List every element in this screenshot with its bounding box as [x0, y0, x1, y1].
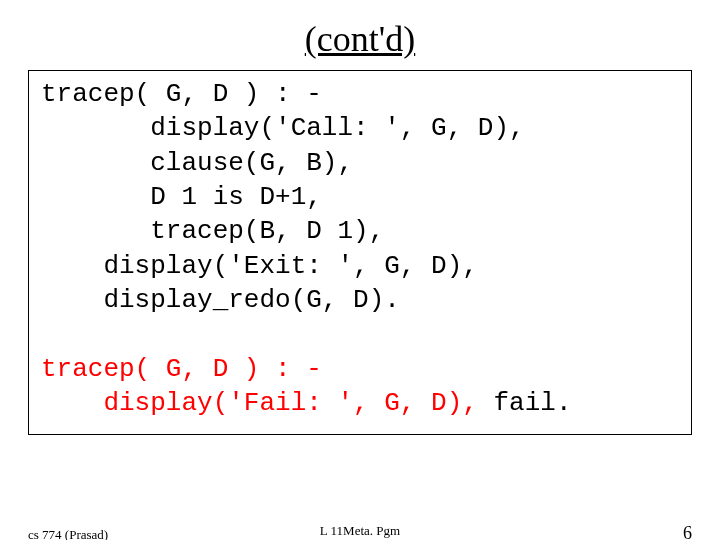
- code-line-7: display_redo(G, D).: [41, 285, 400, 315]
- code-line-2: display('Call: ', G, D),: [41, 113, 525, 143]
- slide-title: (cont'd): [0, 18, 720, 60]
- code-line-1: tracep( G, D ) : -: [41, 79, 322, 109]
- code-block: tracep( G, D ) : - display('Call: ', G, …: [41, 77, 679, 420]
- slide: (cont'd) tracep( G, D ) : - display('Cal…: [0, 18, 720, 540]
- code-line-3: clause(G, B),: [41, 148, 353, 178]
- code-line-6: display('Exit: ', G, D),: [41, 251, 478, 281]
- code-line-9: tracep( G, D ) : -: [41, 354, 322, 384]
- code-line-10b: fail.: [493, 388, 571, 418]
- code-line-4: D 1 is D+1,: [41, 182, 322, 212]
- code-container: tracep( G, D ) : - display('Call: ', G, …: [28, 70, 692, 435]
- code-line-10a: display('Fail: ', G, D),: [41, 388, 493, 418]
- footer: cs 774 (Prasad) L 11Meta. Pgm 6: [28, 523, 692, 540]
- footer-center: L 11Meta. Pgm: [28, 523, 692, 539]
- footer-left: cs 774 (Prasad): [28, 527, 108, 540]
- code-line-5: tracep(B, D 1),: [41, 216, 384, 246]
